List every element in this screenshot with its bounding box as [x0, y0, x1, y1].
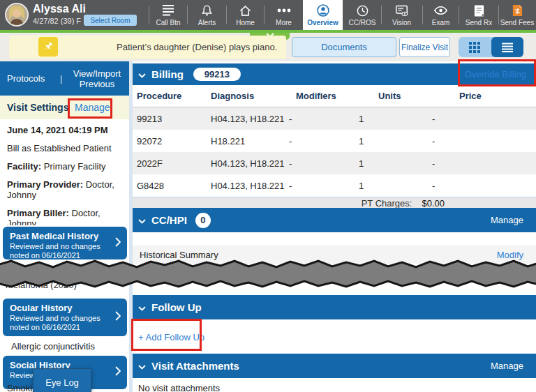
- facility-line: Facility: Primary Facility: [7, 161, 122, 172]
- protocols-divider: |: [60, 73, 62, 84]
- ocular-history-item[interactable]: Allergic conjunctivitis: [0, 336, 129, 356]
- list-view-button[interactable]: [491, 37, 524, 57]
- pt-charges-row: PT Charges: $0.00: [133, 197, 536, 209]
- billing-row[interactable]: G8428H04.123, H18.221-1-: [133, 174, 536, 197]
- eye-icon: [433, 3, 448, 18]
- tab-vision[interactable]: Vision: [382, 0, 422, 30]
- pt-charges-label: PT Charges:: [362, 198, 412, 209]
- ocular-history-panel[interactable]: Ocular History Reviewed and no changes n…: [3, 299, 127, 336]
- cchpi-title: CC/HPI: [151, 214, 187, 226]
- chevron-down-icon[interactable]: [138, 68, 146, 81]
- pin-icon: [38, 37, 58, 56]
- follow-up-title: Follow Up: [151, 301, 202, 313]
- tab-send-rx[interactable]: Send Rx: [460, 0, 498, 30]
- visit-settings-title: Visit Settings: [7, 102, 68, 113]
- patient-name: Alyssa Ali: [33, 3, 86, 15]
- overview-person-icon: [316, 3, 330, 18]
- visit-settings-info: June 14, 2021 04:19 PM Bill as Establish…: [0, 119, 129, 225]
- chevron-down-icon[interactable]: [138, 301, 146, 314]
- accent-green-bar: [0, 30, 536, 33]
- grid-icon: [468, 41, 481, 54]
- grid-view-button[interactable]: [459, 37, 491, 57]
- cchpi-count-badge: 0: [195, 213, 211, 228]
- home-icon: [239, 3, 252, 18]
- cchpi-header: CC/HPI 0 Manage: [133, 208, 536, 232]
- tab-alerts[interactable]: Alerts: [188, 0, 226, 30]
- pt-charges-value: $0.00: [422, 198, 445, 209]
- clock-icon: [356, 3, 369, 18]
- select-room-button[interactable]: Select Room: [84, 15, 137, 26]
- patient-photo-placeholder: [6, 4, 27, 25]
- torn-screenshot-separator: [0, 258, 536, 289]
- cchpi-manage-link[interactable]: Manage: [491, 215, 523, 225]
- eye-log-button[interactable]: Eye Log: [33, 368, 91, 392]
- past-medical-history-panel[interactable]: Past Medical History Reviewed and no cha…: [3, 227, 127, 259]
- billing-code-badge: 99213: [193, 68, 241, 81]
- biller-line: Primary Biller: Doctor, Johnny: [7, 208, 122, 225]
- visit-attachments-header: Visit Attachments Manage: [133, 354, 536, 378]
- toolbar-divider: [459, 6, 459, 24]
- billing-title: Billing: [151, 68, 184, 80]
- annotation-box-override-billing: [458, 59, 536, 86]
- protocols-header: Protocols | View/Import Previous: [0, 61, 129, 96]
- chevron-down-icon[interactable]: [138, 360, 146, 372]
- view-toggle: [459, 37, 523, 57]
- more-dots-icon: [276, 3, 292, 18]
- provider-line: Primary Provider: Doctor, Johnny: [7, 179, 122, 200]
- list-icon: [500, 42, 514, 53]
- tab-exam[interactable]: Exam: [424, 0, 458, 30]
- chevron-right-icon: [115, 311, 121, 324]
- annotation-box-add-follow-up: [131, 319, 202, 351]
- tab-cc-ros[interactable]: CC/ROS: [343, 0, 381, 30]
- patient-dob: 4/27/82 (39) F: [33, 17, 81, 25]
- billing-row[interactable]: 99213H04.123, H18.221-1-: [133, 107, 536, 130]
- chevron-right-icon: [115, 237, 121, 250]
- tab-more[interactable]: More: [265, 0, 303, 30]
- tab-overview[interactable]: Overview: [303, 0, 343, 30]
- send-fees-doc-icon: [512, 3, 523, 18]
- view-import-previous-link[interactable]: View/Import Previous: [67, 68, 127, 89]
- vision-screen-icon: [394, 3, 409, 18]
- note-text: Patient’s daughter (Denise) plays piano.: [117, 42, 277, 52]
- finalize-visit-button[interactable]: Finalize Visit: [399, 37, 450, 57]
- patient-note[interactable]: Patient’s daughter (Denise) plays piano.: [9, 36, 286, 59]
- bell-icon: [200, 3, 214, 18]
- tab-call-btn[interactable]: Call Btn: [149, 0, 187, 30]
- social-history-item-partial: Smoki: [7, 383, 32, 392]
- toolbar-divider: [422, 6, 423, 24]
- protocols-link[interactable]: Protocols: [7, 73, 45, 84]
- billing-row[interactable]: 92072H18.221-1-: [133, 130, 536, 152]
- document-icon: [473, 3, 485, 18]
- sticky-note-banner: Patient’s daughter (Denise) plays piano.…: [0, 33, 536, 61]
- tab-send-fees[interactable]: Send Fees: [498, 0, 536, 30]
- billing-table-header: Procedure Diagnosis Modifiers Units Pric…: [133, 85, 536, 107]
- chevron-down-icon[interactable]: [138, 214, 146, 227]
- patient-avatar[interactable]: [5, 3, 29, 27]
- billing-row[interactable]: 2022FH04.123, H18.221-1-: [133, 152, 536, 174]
- visit-datetime: June 14, 2021 04:19 PM: [7, 125, 122, 135]
- documents-button[interactable]: Documents: [292, 37, 396, 57]
- bill-as-text: Bill as Established Patient: [7, 143, 122, 153]
- no-attachments-text: No visit attachments: [138, 383, 220, 392]
- follow-up-header: Follow Up: [133, 295, 536, 319]
- annotation-box-manage: [68, 98, 112, 119]
- chevron-right-icon: [115, 366, 121, 379]
- top-bar: Alyssa Ali 4/27/82 (39) F Select Room Ca…: [0, 0, 536, 30]
- tab-home[interactable]: Home: [227, 0, 264, 30]
- attachments-manage-link[interactable]: Manage: [491, 361, 523, 371]
- visit-attachments-title: Visit Attachments: [151, 360, 239, 372]
- call-list-icon: [161, 3, 175, 18]
